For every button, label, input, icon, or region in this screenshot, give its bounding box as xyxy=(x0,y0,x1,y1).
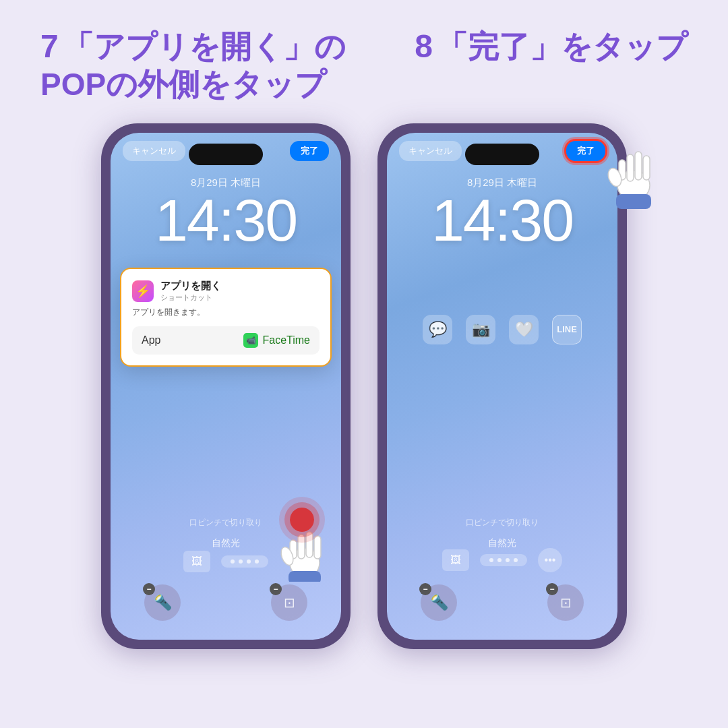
svg-rect-9 xyxy=(635,152,642,180)
dot2 xyxy=(239,559,243,564)
svg-rect-6 xyxy=(289,571,321,582)
dots-2 xyxy=(480,554,527,566)
phone1-date-area: 8月29日 木曜日 14:30 xyxy=(111,177,341,250)
dot3 xyxy=(247,559,251,564)
phones-container: キャンセル 完了 8月29日 木曜日 14:30 💬 📷 🤍 LINE xyxy=(74,123,654,649)
pop-overlay: ⚡ アプリを開く ショートカット アプリを開きます。 App 📹 FaceTim… xyxy=(120,268,332,367)
hand-svg-2 xyxy=(600,137,667,211)
phone2-screen: キャンセル 完了 8月29日 木曜日 14:30 💬 📷 🤍 LINE 口ピンチ… xyxy=(387,133,617,640)
hand-tap-indicator-2 xyxy=(600,137,667,214)
phone1-bottom-btns: − 🔦 − ⊡ xyxy=(111,584,341,621)
phone1-top-bar: キャンセル 完了 xyxy=(111,141,341,161)
svg-rect-13 xyxy=(616,194,651,209)
phone2-date-area: 8月29日 木曜日 14:30 xyxy=(387,177,617,250)
photo-icon-2: 🖼 xyxy=(442,549,469,571)
svg-rect-2 xyxy=(306,532,313,557)
phone2-photo-bar: 🖼 ••• xyxy=(387,548,617,572)
dot2-1 xyxy=(489,558,493,562)
pop-desc: アプリを開きます。 xyxy=(132,307,320,318)
page: 7「アプリを開く」の POPの外側をタップ 8「完了」をタップ キャンセル 完了… xyxy=(0,0,728,728)
phone1-time: 14:30 xyxy=(111,191,341,250)
dot2-2 xyxy=(497,558,502,562)
phone1-cancel-btn[interactable]: キャンセル xyxy=(123,141,185,161)
step7-header: 7「アプリを開く」の POPの外側をタップ xyxy=(40,27,346,103)
phone2-top-bar: キャンセル 完了 xyxy=(387,141,617,161)
camera-btn-1: − ⊡ xyxy=(271,584,307,621)
widget-message-2: 💬 xyxy=(423,315,452,344)
camera-minus-2: − xyxy=(546,583,558,595)
pop-facetime: 📹 FaceTime xyxy=(243,333,310,348)
camera-btn-2: − ⊡ xyxy=(547,584,584,621)
phone1: キャンセル 完了 8月29日 木曜日 14:30 💬 📷 🤍 LINE xyxy=(101,123,351,649)
phone2-pinch: 口ピンチで切り取り xyxy=(387,517,617,528)
camera-icon-1: ⊡ xyxy=(284,595,295,611)
svg-rect-1 xyxy=(298,535,305,559)
svg-rect-10 xyxy=(643,156,650,180)
pop-app-row: App 📹 FaceTime xyxy=(132,326,320,355)
facetime-label: FaceTime xyxy=(262,334,310,346)
svg-rect-3 xyxy=(314,536,321,559)
torch-minus-1: − xyxy=(143,583,155,595)
torch-icon-1: 🔦 xyxy=(154,594,172,611)
torch-btn-2: − 🔦 xyxy=(421,584,457,621)
torch-btn-1: − 🔦 xyxy=(144,584,181,621)
pop-app-icon: ⚡ xyxy=(132,280,154,302)
phone2: キャンセル 完了 8月29日 木曜日 14:30 💬 📷 🤍 LINE 口ピンチ… xyxy=(377,123,627,649)
photo-icon-1: 🖼 xyxy=(183,551,210,572)
camera-minus-1: − xyxy=(270,583,282,595)
widget-heart-2: 🤍 xyxy=(509,315,539,344)
facetime-icon: 📹 xyxy=(243,333,258,348)
phone2-time: 14:30 xyxy=(387,191,617,250)
phone1-done-btn[interactable]: 完了 xyxy=(290,141,329,161)
svg-rect-8 xyxy=(627,154,634,181)
pop-header: ⚡ アプリを開く ショートカット xyxy=(132,280,320,303)
more-btn[interactable]: ••• xyxy=(538,548,562,572)
dot2-3 xyxy=(506,558,510,562)
widget-instagram-2: 📷 xyxy=(466,315,495,344)
dot1 xyxy=(231,559,235,564)
phone2-cancel-btn[interactable]: キャンセル xyxy=(399,141,462,161)
pop-app-label: App xyxy=(142,334,160,346)
torch-icon-2: 🔦 xyxy=(430,594,448,611)
torch-minus-2: − xyxy=(419,583,431,595)
dots-1 xyxy=(221,555,268,568)
dot4 xyxy=(255,559,259,564)
widget-line-2: LINE xyxy=(552,315,582,344)
dot2-4 xyxy=(514,558,518,562)
camera-icon-2: ⊡ xyxy=(560,595,572,611)
phone2-bottom-btns: − 🔦 − ⊡ xyxy=(387,584,617,621)
phone2-widgets: 💬 📷 🤍 LINE xyxy=(387,315,617,344)
pop-subtitle: ショートカット xyxy=(160,293,221,303)
hand-tap-indicator-1 xyxy=(276,508,337,575)
pop-title: アプリを開く xyxy=(160,280,221,293)
headers: 7「アプリを開く」の POPの外側をタップ 8「完了」をタップ xyxy=(0,0,728,117)
step8-header: 8「完了」をタップ xyxy=(415,27,688,66)
